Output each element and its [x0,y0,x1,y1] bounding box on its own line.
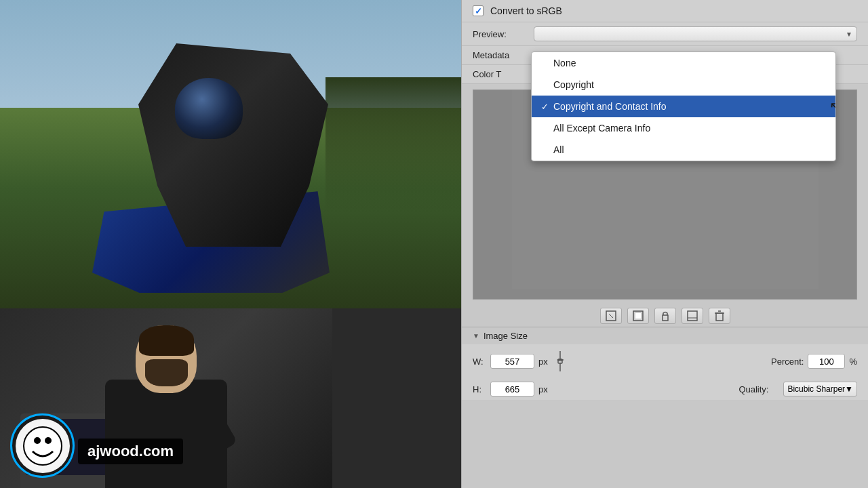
image-size-header: ▼ Image Size [462,327,868,344]
svg-rect-6 [635,313,641,319]
width-row: W: px Percent: % [462,344,868,378]
link-icon [552,348,568,375]
webcam-overlay: ajwood.com [0,308,332,488]
logo-face [16,419,70,473]
website-label: ajwood.com [78,439,183,464]
percent-input[interactable] [808,354,845,369]
svg-point-2 [45,437,52,444]
width-input[interactable] [490,354,534,369]
height-row: H: px Quality: Bicubic Sharper ▼ [462,378,868,400]
h-px-unit: px [538,384,548,394]
scene-trees [326,77,461,213]
w-label: W: [473,357,486,367]
menu-item-copyright-label: Copyright [553,79,594,90]
person-beard [145,359,188,386]
person-hair [139,325,194,356]
toolbar-btn-3[interactable] [654,308,676,324]
menu-item-none-label: None [553,58,576,68]
menu-item-all-except-camera-label: All Except Camera Info [553,123,650,134]
person-body [105,380,227,488]
height-input[interactable] [490,382,534,396]
convert-srgb-label: Convert to sRGB [490,5,562,16]
h-label: H: [473,384,486,394]
convert-srgb-checkbox[interactable]: ✓ [473,5,484,16]
metadata-dropdown-menu: None Copyright ✓ Copyright and Contact I… [531,52,836,161]
w-px-unit: px [538,357,548,367]
preview-row: Preview: ▼ [462,22,868,46]
checkmark-icon: ✓ [475,6,482,16]
color-t-label: Color T [473,69,534,79]
quality-dropdown[interactable]: Bicubic Sharper ▼ [783,382,857,396]
menu-item-none[interactable]: None [532,52,835,74]
toolbar-btn-5[interactable] [709,308,730,324]
quality-arrow-icon: ▼ [845,384,853,394]
right-panel: ✓ Convert to sRGB Preview: ▼ Metadata No… [461,0,868,488]
svg-rect-10 [716,313,723,321]
person-head [136,325,197,393]
menu-item-copyright-contact-label: Copyright and Contact Info [553,101,667,112]
main-photo [0,0,461,308]
copyright-contact-check: ✓ [541,102,553,112]
svg-point-0 [24,427,62,465]
preview-dropdown[interactable]: ▼ [534,26,857,41]
menu-item-all-label: All [553,144,564,155]
menu-item-copyright-contact[interactable]: ✓ Copyright and Contact Info ↖ [532,96,835,117]
toolbar-btn-2[interactable] [627,308,649,324]
section-triangle-icon: ▼ [473,332,479,340]
svg-line-4 [609,314,613,318]
preview-label: Preview: [473,29,534,39]
toolbar-btn-4[interactable] [682,308,703,324]
preview-toolbar [462,305,868,327]
cursor-icon: ↖ [829,98,836,115]
svg-rect-7 [663,315,668,321]
photo-area: ajwood.com [0,0,461,488]
quality-label: Quality: [738,384,779,394]
menu-item-copyright[interactable]: Copyright [532,74,835,96]
svg-rect-8 [688,311,697,321]
menu-item-all-except-camera[interactable]: All Except Camera Info [532,117,835,139]
percent-sign: % [849,357,857,367]
percent-label: Percent: [771,357,804,367]
preview-dropdown-arrow: ▼ [846,30,852,38]
scene-helmet [175,78,243,139]
logo-circle [10,413,75,478]
convert-srgb-row: ✓ Convert to sRGB [462,0,868,22]
photo-scene [0,0,461,308]
webcam-person [64,332,268,488]
metadata-label: Metadata [473,50,534,60]
webcam-bg: ajwood.com [0,308,332,488]
image-size-label: Image Size [484,331,528,341]
quality-value: Bicubic Sharper [787,384,845,394]
svg-point-1 [34,437,41,444]
menu-item-all[interactable]: All [532,139,835,161]
toolbar-btn-1[interactable] [600,308,622,324]
